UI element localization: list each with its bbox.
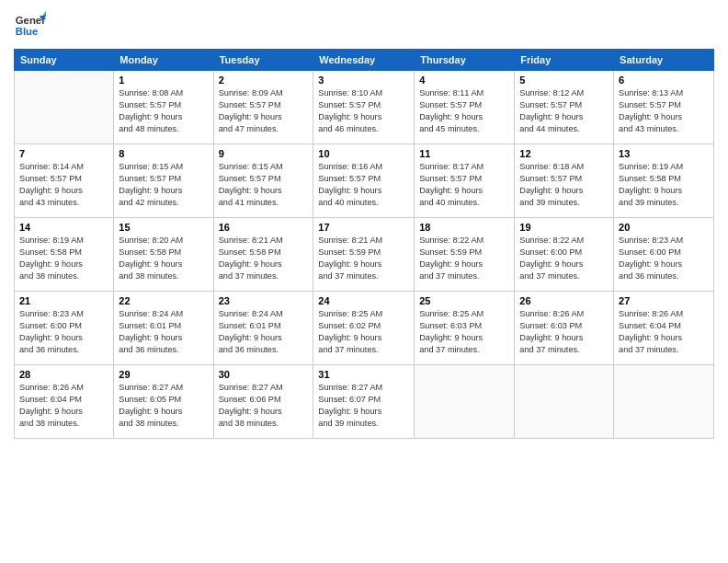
day-info: Sunrise: 8:24 AM Sunset: 6:01 PM Dayligh…: [219, 308, 309, 356]
calendar-cell: 27Sunrise: 8:26 AM Sunset: 6:04 PM Dayli…: [614, 292, 714, 365]
day-number: 13: [619, 148, 709, 159]
day-info: Sunrise: 8:13 AM Sunset: 5:57 PM Dayligh…: [619, 87, 709, 135]
day-number: 26: [519, 295, 609, 306]
calendar-cell: 8Sunrise: 8:15 AM Sunset: 5:57 PM Daylig…: [114, 144, 213, 218]
calendar-cell: 6Sunrise: 8:13 AM Sunset: 5:57 PM Daylig…: [614, 71, 714, 144]
day-info: Sunrise: 8:12 AM Sunset: 5:57 PM Dayligh…: [519, 87, 609, 135]
day-number: 12: [519, 148, 609, 159]
calendar-cell: 29Sunrise: 8:27 AM Sunset: 6:05 PM Dayli…: [114, 365, 213, 439]
day-number: 1: [119, 75, 208, 86]
calendar-cell: 28Sunrise: 8:26 AM Sunset: 6:04 PM Dayli…: [15, 365, 114, 439]
calendar-table: SundayMondayTuesdayWednesdayThursdayFrid…: [14, 49, 714, 439]
day-info: Sunrise: 8:15 AM Sunset: 5:57 PM Dayligh…: [219, 161, 309, 209]
day-info: Sunrise: 8:27 AM Sunset: 6:06 PM Dayligh…: [219, 382, 309, 430]
week-row-0: 1Sunrise: 8:08 AM Sunset: 5:57 PM Daylig…: [15, 71, 714, 144]
day-info: Sunrise: 8:21 AM Sunset: 5:59 PM Dayligh…: [318, 235, 409, 282]
day-number: 25: [419, 295, 509, 306]
day-number: 9: [219, 148, 309, 159]
day-info: Sunrise: 8:19 AM Sunset: 5:58 PM Dayligh…: [619, 161, 709, 209]
day-number: 11: [419, 148, 509, 159]
calendar-cell: 20Sunrise: 8:23 AM Sunset: 6:00 PM Dayli…: [614, 218, 714, 292]
day-info: Sunrise: 8:19 AM Sunset: 5:58 PM Dayligh…: [19, 235, 108, 282]
svg-marker-3: [43, 11, 47, 16]
day-info: Sunrise: 8:08 AM Sunset: 5:57 PM Dayligh…: [119, 87, 208, 135]
day-number: 21: [19, 295, 108, 306]
calendar-cell: 1Sunrise: 8:08 AM Sunset: 5:57 PM Daylig…: [114, 71, 213, 144]
calendar-cell: 19Sunrise: 8:22 AM Sunset: 6:00 PM Dayli…: [515, 218, 614, 292]
calendar-cell: 24Sunrise: 8:25 AM Sunset: 6:02 PM Dayli…: [313, 292, 415, 365]
day-info: Sunrise: 8:23 AM Sunset: 6:00 PM Dayligh…: [619, 235, 709, 282]
calendar-cell: [15, 71, 114, 144]
day-info: Sunrise: 8:18 AM Sunset: 5:57 PM Dayligh…: [519, 161, 609, 209]
day-number: 6: [619, 75, 709, 86]
calendar-cell: 25Sunrise: 8:25 AM Sunset: 6:03 PM Dayli…: [415, 292, 515, 365]
weekday-header-row: SundayMondayTuesdayWednesdayThursdayFrid…: [15, 50, 714, 71]
weekday-header-sunday: Sunday: [15, 50, 114, 71]
calendar-cell: 22Sunrise: 8:24 AM Sunset: 6:01 PM Dayli…: [114, 292, 213, 365]
day-info: Sunrise: 8:16 AM Sunset: 5:57 PM Dayligh…: [318, 161, 409, 209]
day-info: Sunrise: 8:23 AM Sunset: 6:00 PM Dayligh…: [19, 308, 108, 356]
calendar-cell: 12Sunrise: 8:18 AM Sunset: 5:57 PM Dayli…: [515, 144, 614, 218]
day-info: Sunrise: 8:25 AM Sunset: 6:02 PM Dayligh…: [318, 308, 409, 356]
day-info: Sunrise: 8:17 AM Sunset: 5:57 PM Dayligh…: [419, 161, 509, 209]
day-number: 30: [219, 369, 309, 380]
day-number: 2: [219, 75, 309, 86]
day-info: Sunrise: 8:20 AM Sunset: 5:58 PM Dayligh…: [119, 235, 208, 282]
calendar-cell: 17Sunrise: 8:21 AM Sunset: 5:59 PM Dayli…: [313, 218, 415, 292]
day-number: 20: [619, 222, 709, 233]
weekday-header-monday: Monday: [114, 50, 213, 71]
day-number: 4: [419, 75, 509, 86]
week-row-3: 21Sunrise: 8:23 AM Sunset: 6:00 PM Dayli…: [15, 292, 714, 365]
header: General Blue: [14, 9, 714, 41]
week-row-1: 7Sunrise: 8:14 AM Sunset: 5:57 PM Daylig…: [15, 144, 714, 218]
calendar-cell: [415, 365, 515, 439]
day-info: Sunrise: 8:27 AM Sunset: 6:05 PM Dayligh…: [119, 382, 208, 430]
page: General Blue SundayMondayTuesdayWednesda…: [0, 0, 728, 563]
day-info: Sunrise: 8:25 AM Sunset: 6:03 PM Dayligh…: [419, 308, 509, 356]
calendar-cell: 11Sunrise: 8:17 AM Sunset: 5:57 PM Dayli…: [415, 144, 515, 218]
day-number: 5: [519, 75, 609, 86]
calendar-cell: 7Sunrise: 8:14 AM Sunset: 5:57 PM Daylig…: [15, 144, 114, 218]
week-row-4: 28Sunrise: 8:26 AM Sunset: 6:04 PM Dayli…: [15, 365, 714, 439]
day-number: 22: [119, 295, 208, 306]
logo-icon: General Blue: [14, 9, 46, 41]
day-info: Sunrise: 8:10 AM Sunset: 5:57 PM Dayligh…: [318, 87, 409, 135]
day-info: Sunrise: 8:22 AM Sunset: 5:59 PM Dayligh…: [419, 235, 509, 282]
svg-text:Blue: Blue: [16, 26, 39, 37]
day-info: Sunrise: 8:21 AM Sunset: 5:58 PM Dayligh…: [219, 235, 309, 282]
day-number: 28: [19, 369, 108, 380]
calendar-cell: 4Sunrise: 8:11 AM Sunset: 5:57 PM Daylig…: [415, 71, 515, 144]
day-info: Sunrise: 8:11 AM Sunset: 5:57 PM Dayligh…: [419, 87, 509, 135]
calendar-cell: 14Sunrise: 8:19 AM Sunset: 5:58 PM Dayli…: [15, 218, 114, 292]
day-number: 15: [119, 222, 208, 233]
day-info: Sunrise: 8:14 AM Sunset: 5:57 PM Dayligh…: [19, 161, 108, 209]
calendar-cell: 23Sunrise: 8:24 AM Sunset: 6:01 PM Dayli…: [213, 292, 313, 365]
day-number: 31: [318, 369, 409, 380]
calendar-cell: [515, 365, 614, 439]
weekday-header-thursday: Thursday: [415, 50, 515, 71]
day-number: 10: [318, 148, 409, 159]
calendar-cell: 5Sunrise: 8:12 AM Sunset: 5:57 PM Daylig…: [515, 71, 614, 144]
day-info: Sunrise: 8:26 AM Sunset: 6:03 PM Dayligh…: [519, 308, 609, 356]
day-number: 7: [19, 148, 108, 159]
calendar-cell: 2Sunrise: 8:09 AM Sunset: 5:57 PM Daylig…: [213, 71, 313, 144]
weekday-header-saturday: Saturday: [614, 50, 714, 71]
logo: General Blue: [14, 9, 46, 41]
weekday-header-friday: Friday: [515, 50, 614, 71]
calendar-cell: 15Sunrise: 8:20 AM Sunset: 5:58 PM Dayli…: [114, 218, 213, 292]
weekday-header-tuesday: Tuesday: [213, 50, 313, 71]
weekday-header-wednesday: Wednesday: [313, 50, 415, 71]
day-number: 23: [219, 295, 309, 306]
calendar-cell: 3Sunrise: 8:10 AM Sunset: 5:57 PM Daylig…: [313, 71, 415, 144]
calendar-cell: 30Sunrise: 8:27 AM Sunset: 6:06 PM Dayli…: [213, 365, 313, 439]
day-number: 14: [19, 222, 108, 233]
calendar-cell: 13Sunrise: 8:19 AM Sunset: 5:58 PM Dayli…: [614, 144, 714, 218]
calendar-cell: 9Sunrise: 8:15 AM Sunset: 5:57 PM Daylig…: [213, 144, 313, 218]
day-number: 19: [519, 222, 609, 233]
calendar-cell: 10Sunrise: 8:16 AM Sunset: 5:57 PM Dayli…: [313, 144, 415, 218]
day-number: 8: [119, 148, 208, 159]
calendar-cell: 18Sunrise: 8:22 AM Sunset: 5:59 PM Dayli…: [415, 218, 515, 292]
day-info: Sunrise: 8:09 AM Sunset: 5:57 PM Dayligh…: [219, 87, 309, 135]
day-info: Sunrise: 8:26 AM Sunset: 6:04 PM Dayligh…: [619, 308, 709, 356]
day-number: 24: [318, 295, 409, 306]
